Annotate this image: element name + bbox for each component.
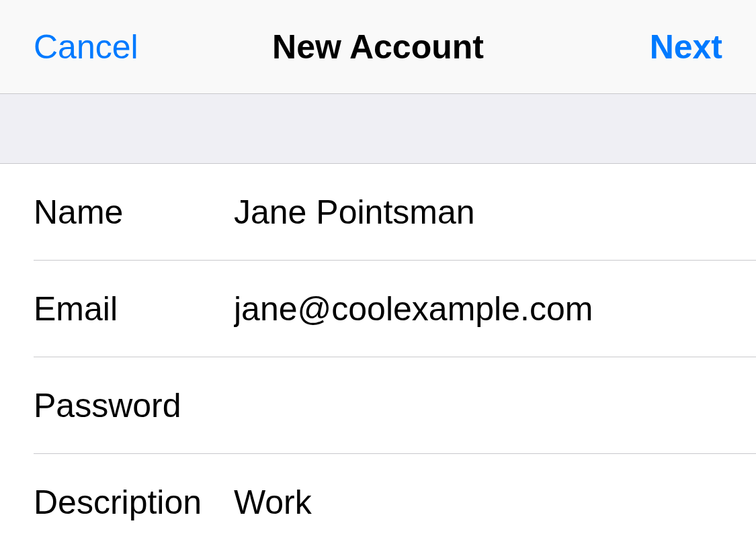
cancel-button[interactable]: Cancel — [34, 28, 138, 66]
email-label: Email — [34, 289, 234, 328]
description-row: Description — [0, 454, 756, 548]
section-spacer — [0, 94, 756, 164]
page-title: New Account — [272, 28, 484, 66]
name-label: Name — [34, 193, 234, 232]
account-form: Name Email Password Description — [0, 164, 756, 548]
name-row: Name — [0, 164, 756, 261]
email-row: Email — [0, 261, 756, 357]
navigation-bar: Cancel New Account Next — [0, 0, 756, 94]
next-button[interactable]: Next — [650, 28, 722, 66]
description-field[interactable] — [234, 483, 756, 522]
password-row: Password — [0, 357, 756, 454]
description-label: Description — [34, 483, 234, 522]
email-field[interactable] — [234, 289, 756, 328]
password-label: Password — [34, 386, 234, 425]
name-field[interactable] — [234, 193, 756, 232]
password-field[interactable] — [234, 386, 756, 425]
